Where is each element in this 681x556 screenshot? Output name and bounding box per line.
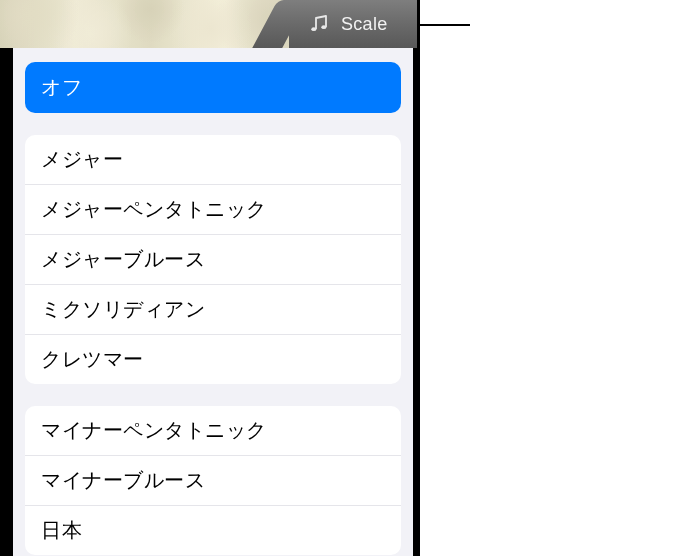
scale-button[interactable]: Scale bbox=[289, 0, 417, 48]
scale-option-label: 日本 bbox=[41, 519, 82, 541]
device-frame: Scale オフ メジャー メジャーペンタトニック メジャーブルース ミクソリデ… bbox=[0, 0, 420, 556]
scale-option[interactable]: マイナーペンタトニック bbox=[25, 406, 401, 456]
scale-option-label: オフ bbox=[41, 76, 82, 98]
callout-line bbox=[420, 24, 470, 26]
scale-option-label: メジャーペンタトニック bbox=[41, 198, 267, 220]
notes-icon bbox=[307, 12, 331, 36]
scale-option-label: メジャーブルース bbox=[41, 248, 205, 270]
scale-option[interactable]: クレツマー bbox=[25, 335, 401, 384]
scale-option-label: マイナーペンタトニック bbox=[41, 419, 267, 441]
scale-option[interactable]: メジャー bbox=[25, 135, 401, 185]
scale-option-label: ミクソリディアン bbox=[41, 298, 205, 320]
scale-option[interactable]: メジャーペンタトニック bbox=[25, 185, 401, 235]
scale-option[interactable]: 日本 bbox=[25, 506, 401, 555]
scale-option-label: マイナーブルース bbox=[41, 469, 205, 491]
scale-option-off[interactable]: オフ bbox=[25, 62, 401, 113]
scale-label: Scale bbox=[341, 14, 388, 35]
svg-point-1 bbox=[321, 25, 326, 29]
scale-option[interactable]: メジャーブルース bbox=[25, 235, 401, 285]
scale-option-label: メジャー bbox=[41, 148, 123, 170]
scale-group-major: メジャー メジャーペンタトニック メジャーブルース ミクソリディアン クレツマー bbox=[25, 135, 401, 384]
header-bar: Scale bbox=[0, 0, 420, 48]
svg-point-0 bbox=[311, 27, 316, 31]
scale-menu: オフ メジャー メジャーペンタトニック メジャーブルース ミクソリディアン クレ… bbox=[13, 48, 413, 556]
scale-option[interactable]: マイナーブルース bbox=[25, 456, 401, 506]
scale-group-minor: マイナーペンタトニック マイナーブルース 日本 bbox=[25, 406, 401, 555]
scale-option[interactable]: ミクソリディアン bbox=[25, 285, 401, 335]
scale-option-label: クレツマー bbox=[41, 348, 144, 370]
